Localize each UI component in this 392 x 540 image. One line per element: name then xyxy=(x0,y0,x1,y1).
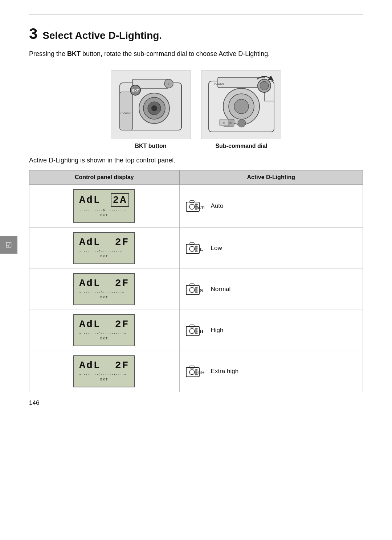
lcd-right-0: 2A xyxy=(111,193,130,207)
adl-cell-0: AUTOAuto xyxy=(179,184,363,227)
lcd-scale-3: – ·······ọ···········– xyxy=(79,331,129,335)
lcd-scale-1: – ·······ọ·········– xyxy=(79,249,129,253)
top-border xyxy=(29,15,363,15)
table-row: AdL2A– ·········ọ·········–BKTAUTOAuto xyxy=(29,184,363,227)
adl-label-1: Low xyxy=(211,245,222,252)
subcommand-camera-svg: MODE POWER ±0 xyxy=(203,72,279,137)
svg-text:L: L xyxy=(168,83,170,85)
lcd-cell-2: AdL2F– ········ọ·········–BKT xyxy=(29,269,180,310)
svg-point-19 xyxy=(260,81,269,90)
lcd-box-0: AdL2A– ·········ọ·········–BKT xyxy=(73,189,135,223)
table-row: AdL2F– ·······ọ···········–BKTHHigh xyxy=(29,310,363,351)
subcommand-label: Sub-command dial xyxy=(215,143,267,149)
bkt-button-image-box: BKT L POWER BKT button xyxy=(111,70,191,149)
adl-label-0: Auto xyxy=(211,202,224,210)
lcd-box-4: AdL2F– ·······ọ··········=–BKT xyxy=(73,355,135,387)
svg-text:H+: H+ xyxy=(198,370,204,375)
svg-text:L: L xyxy=(200,246,203,252)
svg-point-29 xyxy=(189,204,195,209)
table-row: AdL2F– ·······ọ··········=–BKTH+Extra hi… xyxy=(29,351,363,392)
lcd-left-2: AdL xyxy=(79,278,101,289)
lcd-right-4: 2F xyxy=(115,360,130,371)
step-number: 3 xyxy=(29,26,37,41)
table-row: AdL2F– ·······ọ·········–BKTLLow xyxy=(29,227,363,269)
adl-icon-3: H xyxy=(185,323,204,337)
description-suffix: button, rotate the sub-command dial to c… xyxy=(81,50,270,57)
info-text: Active D-Lighting is shown in the top co… xyxy=(29,157,363,164)
adl-cell-1: LLow xyxy=(179,227,363,269)
step-title: Select Active D-Lighting. xyxy=(42,30,162,41)
lcd-bkt-0: BKT xyxy=(79,214,129,217)
svg-point-6 xyxy=(151,105,157,111)
lcd-scale-0: – ·········ọ·········– xyxy=(79,208,129,212)
svg-text:N: N xyxy=(200,287,203,293)
svg-point-69 xyxy=(189,370,195,375)
lcd-left-3: AdL xyxy=(79,319,101,330)
adl-icon-4: H+ xyxy=(185,364,204,378)
subcommand-image-box: MODE POWER ±0 Sub-command dial xyxy=(201,70,281,149)
lcd-cell-1: AdL2F– ·······ọ·········–BKT xyxy=(29,227,180,269)
bkt-button-label: BKT button xyxy=(135,143,166,149)
adl-label-3: High xyxy=(211,327,224,334)
sidebar-icon: ☑ xyxy=(5,241,12,249)
lcd-box-1: AdL2F– ·······ọ·········–BKT xyxy=(73,232,135,264)
adl-cell-4: H+Extra high xyxy=(179,351,363,392)
adl-icon-2: N xyxy=(185,282,204,296)
lcd-scale-4: – ·······ọ··········=– xyxy=(79,372,129,376)
lcd-right-3: 2F xyxy=(115,319,130,330)
lcd-right-1: 2F xyxy=(115,237,130,248)
col1-header: Control panel display xyxy=(29,170,180,184)
lcd-bkt-3: BKT xyxy=(79,337,129,340)
svg-point-39 xyxy=(189,246,195,251)
adl-label-2: Normal xyxy=(211,286,231,293)
lcd-bkt-1: BKT xyxy=(79,255,129,258)
svg-text:AUTO: AUTO xyxy=(197,206,204,209)
adl-icon-0: AUTO xyxy=(185,199,204,213)
svg-point-17 xyxy=(234,99,249,114)
table-row: AdL2F– ········ọ·········–BKTNNormal xyxy=(29,269,363,310)
col2-header: Active D-Lighting xyxy=(179,170,363,184)
step-description: Pressing the BKT button, rotate the sub-… xyxy=(29,49,283,59)
bkt-bold: BKT xyxy=(67,50,81,57)
svg-text:POWER: POWER xyxy=(214,82,224,85)
bkt-camera-svg: BKT L POWER xyxy=(113,72,189,137)
lcd-cell-4: AdL2F– ·······ọ··········=–BKT xyxy=(29,351,180,392)
lcd-cell-0: AdL2A– ·········ọ·········–BKT xyxy=(29,184,180,227)
lcd-bkt-2: BKT xyxy=(79,296,129,299)
svg-text:BKT: BKT xyxy=(132,89,139,92)
lcd-right-2: 2F xyxy=(115,278,130,289)
lcd-left-0: AdL xyxy=(79,194,101,206)
adl-icon-1: L xyxy=(185,241,204,255)
display-table: Control panel display Active D-Lighting … xyxy=(29,170,363,392)
lcd-bkt-4: BKT xyxy=(79,378,129,382)
adl-label-4: Extra high xyxy=(211,368,239,375)
adl-cell-3: HHigh xyxy=(179,310,363,351)
step-heading: 3 Select Active D-Lighting. xyxy=(29,26,363,41)
svg-point-49 xyxy=(189,287,195,293)
svg-point-59 xyxy=(189,329,195,334)
svg-text:±0: ±0 xyxy=(223,122,225,124)
svg-text:POWER: POWER xyxy=(121,111,131,114)
svg-rect-24 xyxy=(238,119,246,127)
page-container: 3 Select Active D-Lighting. Pressing the… xyxy=(0,0,392,414)
svg-text:H: H xyxy=(199,329,203,334)
subcommand-image: MODE POWER ±0 xyxy=(201,70,281,139)
sidebar-tab: ☑ xyxy=(0,236,17,254)
lcd-box-3: AdL2F– ·······ọ···········–BKT xyxy=(73,314,135,346)
lcd-left-1: AdL xyxy=(79,237,101,248)
adl-cell-2: NNormal xyxy=(179,269,363,310)
lcd-left-4: AdL xyxy=(79,360,101,371)
lcd-box-2: AdL2F– ········ọ·········–BKT xyxy=(73,273,135,305)
images-row: BKT L POWER BKT button xyxy=(29,70,363,149)
bkt-button-image: BKT L POWER xyxy=(111,70,191,139)
page-number: 146 xyxy=(29,399,39,407)
lcd-cell-3: AdL2F– ·······ọ···········–BKT xyxy=(29,310,180,351)
lcd-scale-2: – ········ọ·········– xyxy=(79,290,129,294)
